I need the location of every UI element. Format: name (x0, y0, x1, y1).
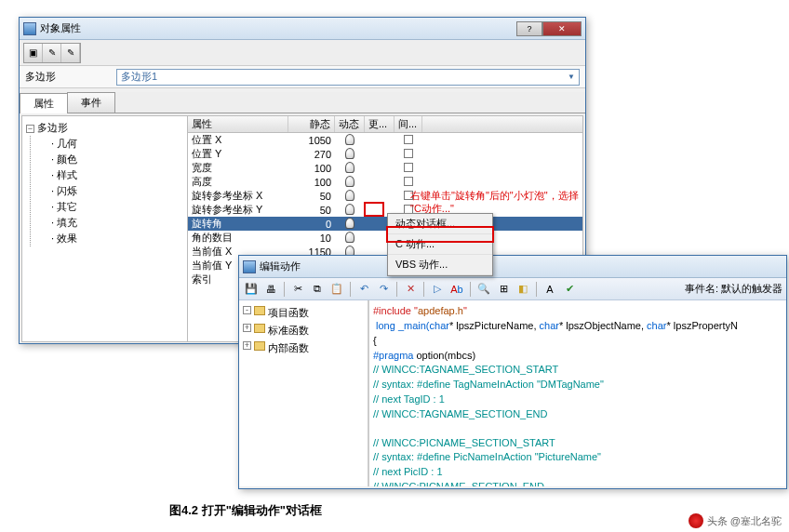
checkbox[interactable] (404, 163, 413, 172)
trigger-label: 事件名: 默认的触发器 (685, 282, 782, 296)
tree-item[interactable]: · 样式 (51, 167, 183, 183)
object-type-label: 多边形 (25, 70, 109, 84)
tool-validate-icon[interactable]: ✔ (561, 281, 578, 298)
grid-row[interactable]: 旋转角0 (188, 217, 582, 231)
edit-titlebar[interactable]: 编辑动作 (239, 256, 786, 278)
tree-item[interactable]: · 颜色 (51, 152, 183, 167)
folder-icon (254, 324, 265, 333)
tool-text-a-icon[interactable]: A (542, 281, 558, 298)
expand-icon[interactable]: + (243, 341, 251, 350)
tree-item[interactable]: · 几何 (51, 136, 183, 152)
watermark: 头条 @塞北名驼 (689, 513, 782, 528)
expand-icon[interactable]: + (243, 324, 251, 332)
checkbox[interactable] (404, 177, 413, 186)
function-tree[interactable]: -项目函数+标准函数+内部函数 (239, 300, 369, 486)
col-update[interactable]: 更... (365, 116, 394, 132)
object-selector-row: 多边形 多边形1 ▼ (20, 66, 585, 88)
toolbar: ▣ ✎ ✎ (20, 40, 585, 66)
edit-toolbar: 💾 🖶 ✂ ⧉ 📋 ↶ ↷ ✕ ▷ Ab 🔍 ⊞ ◧ A ✔ 事件名: 默认的触… (239, 278, 786, 300)
tool-paste-icon[interactable]: 📋 (328, 281, 345, 298)
category-tree[interactable]: −多边形 · 几何· 颜色· 样式· 闪烁· 其它· 填充· 效果 (22, 116, 188, 341)
bulb-icon[interactable] (345, 218, 354, 229)
bulb-icon[interactable] (345, 134, 354, 145)
folder-icon (254, 306, 265, 315)
tree-item[interactable]: · 填充 (51, 215, 183, 231)
tool-redo-icon[interactable]: ↷ (375, 281, 392, 298)
toolbar-btn-3[interactable]: ✎ (61, 44, 80, 62)
toolbar-btn-2[interactable]: ✎ (43, 44, 61, 62)
col-dynamic[interactable]: 动态 (335, 116, 365, 132)
tool-compile-icon[interactable]: ⊞ (495, 281, 512, 298)
tool-bookmark-icon[interactable]: ▷ (429, 281, 446, 298)
grid-row[interactable]: 位置 X1050 (188, 133, 582, 147)
edit-window-title: 编辑动作 (260, 259, 782, 273)
tab-events[interactable]: 事件 (67, 92, 115, 113)
grid-row[interactable]: 宽度100 (188, 161, 582, 175)
app-icon (23, 22, 36, 35)
tool-delete-icon[interactable]: ✕ (402, 281, 419, 298)
function-tree-item[interactable]: +标准函数 (243, 322, 364, 339)
tree-item[interactable]: · 效果 (51, 231, 183, 246)
tool-font-icon[interactable]: Ab (448, 281, 465, 298)
col-static[interactable]: 静态 (288, 116, 335, 132)
tab-properties[interactable]: 属性 (20, 93, 68, 113)
bulb-icon[interactable] (345, 148, 354, 159)
tool-cut-icon[interactable]: ✂ (289, 281, 306, 298)
tool-undo-icon[interactable]: ↶ (355, 281, 372, 298)
close-button[interactable]: ✕ (542, 21, 582, 36)
collapse-icon[interactable]: − (26, 125, 34, 133)
tool-save-icon[interactable]: 💾 (243, 281, 260, 298)
tree-item[interactable]: · 闪烁 (51, 183, 183, 199)
app-icon (243, 260, 256, 273)
function-tree-item[interactable]: +内部函数 (243, 339, 364, 357)
grid-row[interactable]: 位置 Y270 (188, 147, 582, 161)
object-dropdown[interactable]: 多边形1 ▼ (116, 69, 580, 86)
tool-copy-icon[interactable]: ⧉ (309, 281, 326, 298)
dropdown-arrow-icon: ▼ (568, 73, 575, 81)
annotation-text: 右键单击"旋转角"后的"小灯泡"，选择 "C动作..." (410, 189, 596, 216)
watermark-icon (689, 513, 703, 528)
bulb-icon[interactable] (345, 190, 354, 201)
window-title: 对象属性 (40, 21, 516, 35)
grid-header: 属性 静态 动态 更... 间... (188, 116, 582, 133)
menu-vbs-action[interactable]: VBS 动作... (388, 255, 492, 275)
tool-print-icon[interactable]: 🖶 (262, 281, 279, 298)
code-editor[interactable]: #include "apdefap.h" long _main(char* lp… (369, 300, 786, 486)
tool-cube-icon[interactable]: ◧ (515, 281, 531, 298)
highlight-c-action (386, 226, 494, 243)
tree-root[interactable]: −多边形 (26, 120, 183, 136)
tree-item[interactable]: · 其它 (51, 199, 183, 215)
bulb-icon[interactable] (345, 176, 354, 187)
edit-action-window: 编辑动作 💾 🖶 ✂ ⧉ 📋 ↶ ↷ ✕ ▷ Ab 🔍 ⊞ ◧ A ✔ 事件名:… (238, 255, 787, 489)
col-attr[interactable]: 属性 (188, 116, 288, 132)
highlight-bulb (364, 202, 384, 217)
tool-find-icon[interactable]: 🔍 (475, 281, 492, 298)
tabs: 属性 事件 (20, 92, 585, 113)
bulb-icon[interactable] (345, 204, 354, 215)
titlebar[interactable]: 对象属性 ? ✕ (20, 18, 585, 40)
bulb-icon[interactable] (345, 232, 354, 243)
folder-icon (254, 341, 265, 351)
checkbox[interactable] (404, 149, 413, 158)
context-menu: 动态对话框... C 动作... VBS 动作... (387, 213, 493, 276)
checkbox[interactable] (404, 135, 413, 144)
col-indirect[interactable]: 间... (394, 116, 422, 132)
object-dropdown-value: 多边形1 (121, 70, 157, 84)
figure-caption: 图4.2 打开"编辑动作"对话框 (169, 502, 322, 519)
function-tree-item[interactable]: -项目函数 (243, 304, 364, 322)
grid-row[interactable]: 高度100 (188, 175, 582, 189)
expand-icon[interactable]: - (243, 306, 251, 314)
toolbar-btn-1[interactable]: ▣ (24, 44, 43, 62)
bulb-icon[interactable] (345, 162, 354, 173)
grid-row[interactable]: 角的数目10 (188, 231, 582, 245)
help-button[interactable]: ? (516, 21, 542, 36)
